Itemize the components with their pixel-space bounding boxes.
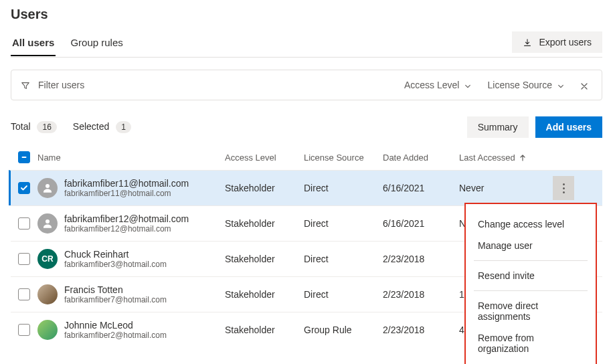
row-checkbox[interactable] (18, 288, 30, 300)
export-label: Export users (539, 37, 592, 48)
access-level-filter-label: Access Level (404, 80, 459, 90)
row-checkbox[interactable] (18, 217, 30, 230)
cell-added: 2/23/2018 (383, 254, 459, 264)
tab-group-rules[interactable]: Group rules (69, 33, 124, 56)
selected-label: Selected (73, 121, 109, 132)
download-icon (523, 37, 532, 48)
cell-access: Stakeholder (225, 218, 304, 229)
cell-license: Group Rule (304, 325, 383, 335)
cell-added: 2/23/2018 (383, 325, 459, 335)
select-all-checkbox[interactable] (18, 151, 30, 163)
tab-list: All users Group rules (11, 33, 131, 56)
row-checkbox[interactable] (18, 253, 30, 265)
col-last-label: Last Accessed (459, 153, 515, 163)
cell-license: Direct (304, 183, 383, 193)
more-vertical-icon (563, 183, 565, 193)
avatar (37, 284, 58, 304)
cell-last: Never (459, 183, 553, 193)
col-last[interactable]: Last Accessed (459, 153, 553, 163)
row-more-button[interactable] (553, 176, 574, 200)
user-primary: Chuck Reinhart (64, 249, 167, 260)
user-secondary: fabrikamfiber11@hotmail.com (64, 189, 189, 198)
add-users-button[interactable]: Add users (535, 116, 602, 138)
col-added[interactable]: Date Added (383, 153, 459, 163)
avatar: CR (37, 249, 58, 269)
cell-access: Stakeholder (225, 254, 304, 264)
total-label: Total (11, 121, 31, 132)
svg-point-1 (46, 184, 50, 188)
filter-icon (21, 80, 30, 90)
cell-license: Direct (304, 289, 383, 300)
clear-filter-icon[interactable] (576, 80, 592, 90)
user-secondary: fabrikamfiber3@hotmail.com (64, 260, 167, 269)
menu-manage-user[interactable]: Manage user (466, 235, 596, 256)
table-row[interactable]: fabrikamfiber11@hotmail.comfabrikamfiber… (9, 170, 602, 205)
user-primary: Johnnie McLeod (64, 320, 167, 331)
row-context-menu: Change access level Manage user Resend i… (464, 203, 597, 364)
svg-rect-0 (22, 157, 27, 158)
chevron-down-icon (464, 80, 471, 90)
meta-row: Total 16 Selected 1 Summary Add users (11, 116, 602, 138)
user-secondary: fabrikamfiber12@hotmail.com (64, 224, 189, 234)
row-checkbox[interactable] (18, 324, 30, 336)
table-header: Name Access Level License Source Date Ad… (11, 147, 602, 170)
cell-license: Direct (304, 254, 383, 264)
cell-added: 6/16/2021 (383, 218, 459, 229)
avatar (37, 213, 58, 234)
user-secondary: fabrikamfiber2@hotmail.com (64, 331, 167, 340)
cell-license: Direct (304, 218, 383, 229)
sort-asc-icon (519, 153, 526, 163)
export-users-button[interactable]: Export users (512, 31, 602, 53)
menu-change-access[interactable]: Change access level (466, 213, 596, 235)
license-source-filter[interactable]: License Source (483, 77, 568, 93)
row-checkbox[interactable] (18, 182, 30, 194)
filter-users-input[interactable] (38, 80, 392, 90)
page-title: Users (11, 7, 602, 22)
menu-remove-assignments[interactable]: Remove direct assignments (466, 295, 596, 327)
col-name[interactable]: Name (37, 153, 225, 163)
selected-count: Selected 1 (73, 121, 131, 133)
chevron-down-icon (557, 80, 564, 90)
license-source-filter-label: License Source (487, 80, 552, 90)
user-primary: Francis Totten (64, 284, 167, 295)
cell-access: Stakeholder (225, 289, 304, 300)
user-secondary: fabrikamfiber7@hotmail.com (64, 295, 167, 304)
user-primary: fabrikamfiber11@hotmail.com (64, 178, 189, 189)
menu-divider (474, 260, 588, 261)
avatar (37, 178, 58, 198)
cell-added: 2/23/2018 (383, 289, 459, 300)
cell-access: Stakeholder (225, 325, 304, 335)
selected-badge: 1 (116, 121, 131, 133)
svg-point-2 (46, 219, 50, 223)
menu-remove-org[interactable]: Remove from organization (466, 327, 596, 359)
total-count: Total 16 (11, 121, 57, 133)
user-primary: fabrikamfiber12@hotmail.com (64, 213, 189, 224)
menu-resend-invite[interactable]: Resend invite (466, 265, 596, 286)
menu-divider (474, 290, 588, 291)
topbar: All users Group rules Export users (11, 31, 602, 58)
col-access[interactable]: Access Level (225, 153, 304, 163)
col-license[interactable]: License Source (304, 153, 383, 163)
cell-access: Stakeholder (225, 183, 304, 193)
total-badge: 16 (37, 121, 56, 133)
access-level-filter[interactable]: Access Level (400, 77, 475, 93)
summary-button[interactable]: Summary (467, 116, 529, 138)
filter-bar: Access Level License Source (11, 70, 602, 100)
cell-added: 6/16/2021 (383, 183, 459, 193)
avatar (37, 320, 58, 340)
tab-all-users[interactable]: All users (11, 33, 56, 56)
